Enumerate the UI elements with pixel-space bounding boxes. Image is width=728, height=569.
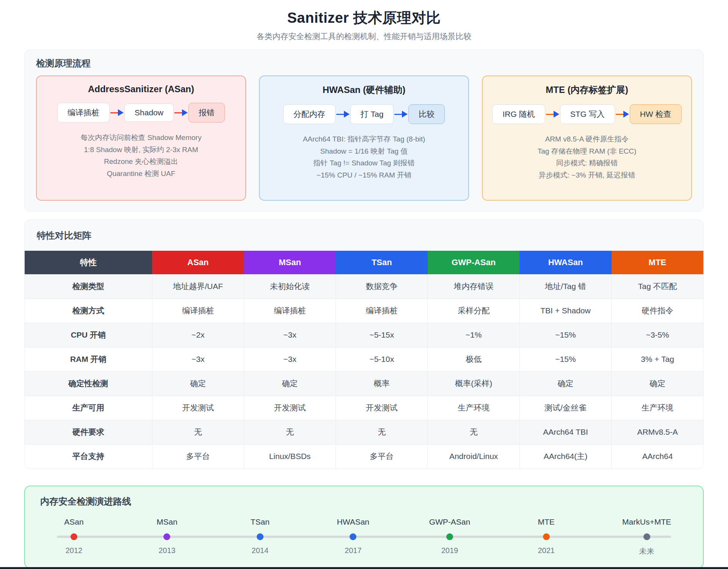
matrix-header-cell: GWP-ASan bbox=[428, 251, 519, 274]
timeline-dot-icon bbox=[446, 533, 453, 540]
arrow-head-icon bbox=[623, 111, 629, 118]
matrix-cell: 开发测试 bbox=[336, 396, 428, 420]
flow-card: AddressSanitizer (ASan)编译插桩Shadow报错每次内存访… bbox=[36, 75, 246, 201]
matrix-cell: 生产环境 bbox=[428, 396, 519, 420]
flow-card-description: ARM v8.5-A 硬件原生指令Tag 存储在物理 RAM (非 ECC)同步… bbox=[489, 133, 685, 181]
timeline-items-row: ASan2012MSan2013TSan2014HWASan2017GWP-AS… bbox=[40, 517, 688, 556]
matrix-row: 平台支持多平台Linux/BSDs多平台Android/LinuxAArch64… bbox=[25, 444, 703, 468]
matrix-cell: 概率 bbox=[336, 371, 428, 396]
timeline-item-year: 2013 bbox=[158, 546, 176, 555]
page-subtitle: 各类内存安全检测工具的检测机制、性能开销与适用场景比较 bbox=[24, 31, 704, 42]
matrix-cell: 地址/Tag 错 bbox=[519, 274, 611, 299]
arrow-line bbox=[394, 114, 402, 115]
timeline-item-year: 2017 bbox=[345, 546, 362, 555]
flow-card-title: HWASan (硬件辅助) bbox=[266, 84, 462, 96]
feature-matrix-table: 特性ASanMSanTSanGWP-ASanHWASanMTE 检测类型地址越界… bbox=[25, 251, 703, 468]
matrix-cell: 硬件指令 bbox=[612, 299, 703, 323]
matrix-cell: 无 bbox=[152, 420, 244, 444]
matrix-row: 检测类型地址越界/UAF未初始化读数据竞争堆内存错误地址/Tag 错Tag 不匹… bbox=[25, 274, 703, 299]
flow-section: 检测原理流程 AddressSanitizer (ASan)编译插桩Shadow… bbox=[24, 49, 704, 212]
flow-step-box: 打 Tag bbox=[350, 104, 394, 124]
timeline-item-name: MarkUs+MTE bbox=[622, 517, 671, 527]
flow-step-box: STG 写入 bbox=[560, 104, 615, 124]
flow-description-line: ~15% CPU / ~15% RAM 开销 bbox=[266, 169, 462, 181]
matrix-cell: Linux/BSDs bbox=[244, 444, 336, 468]
timeline-item-year: 2021 bbox=[538, 546, 555, 555]
arrow-head-icon bbox=[554, 111, 559, 118]
matrix-header-row: 特性ASanMSanTSanGWP-ASanHWASanMTE bbox=[25, 251, 703, 274]
flow-card-description: 每次内存访问前检查 Shadow Memory1:8 Shadow 映射, 实际… bbox=[43, 132, 239, 179]
matrix-row-label: 确定性检测 bbox=[25, 371, 152, 396]
timeline-item: MarkUs+MTE未来 bbox=[622, 517, 671, 556]
timeline-item-year: 2012 bbox=[66, 546, 83, 555]
matrix-cell: ~15% bbox=[519, 323, 611, 347]
matrix-cell: ~15% bbox=[519, 347, 611, 371]
flow-section-heading: 检测原理流程 bbox=[36, 57, 692, 69]
flow-arrow-icon bbox=[546, 111, 559, 118]
timeline-item-name: MTE bbox=[538, 517, 554, 527]
matrix-header-cell: 特性 bbox=[25, 251, 152, 274]
timeline-item-name: HWASan bbox=[337, 517, 369, 527]
matrix-cell: 采样分配 bbox=[428, 299, 519, 323]
matrix-row: 生产可用开发测试开发测试开发测试生产环境测试/金丝雀生产环境 bbox=[25, 396, 703, 420]
timeline-item: HWASan2017 bbox=[336, 517, 370, 556]
arrow-head-icon bbox=[344, 111, 350, 118]
timeline-item-name: ASan bbox=[64, 517, 83, 527]
matrix-cell: 多平台 bbox=[336, 444, 428, 468]
matrix-cell: 无 bbox=[336, 420, 428, 444]
matrix-cell: 地址越界/UAF bbox=[152, 274, 244, 299]
matrix-cell: 未初始化读 bbox=[244, 274, 336, 299]
timeline-dot-icon bbox=[643, 533, 650, 540]
matrix-cell: 确定 bbox=[244, 371, 336, 396]
timeline-item-year: 未来 bbox=[639, 546, 654, 556]
matrix-cell: AArch64 TBI bbox=[519, 420, 611, 444]
flow-card-description: AArch64 TBI: 指针高字节存 Tag (8-bit)Shadow = … bbox=[266, 133, 462, 181]
flow-description-line: Quarantine 检测 UAF bbox=[43, 168, 239, 180]
matrix-cell: TBI + Shadow bbox=[519, 299, 611, 323]
matrix-row-label: 检测方式 bbox=[25, 299, 152, 323]
matrix-section: 特性对比矩阵 特性ASanMSanTSanGWP-ASanHWASanMTE 检… bbox=[24, 219, 704, 469]
timeline-item-year: 2014 bbox=[252, 546, 269, 555]
matrix-cell: 开发测试 bbox=[244, 396, 336, 420]
matrix-row-label: RAM 开销 bbox=[25, 347, 152, 371]
matrix-cell: 数据竞争 bbox=[336, 274, 428, 299]
flow-description-line: ARM v8.5-A 硬件原生指令 bbox=[489, 133, 685, 145]
matrix-row-label: 检测类型 bbox=[25, 274, 152, 299]
flow-step-box: 编译插桩 bbox=[57, 103, 110, 123]
flow-card: MTE (内存标签扩展)IRG 随机STG 写入HW 检查ARM v8.5-A … bbox=[482, 75, 692, 201]
matrix-row-label: 平台支持 bbox=[25, 444, 152, 468]
flow-step-box: 比较 bbox=[408, 104, 445, 124]
matrix-cell: 确定 bbox=[152, 371, 244, 396]
arrow-line bbox=[546, 114, 554, 115]
flow-description-line: Shadow = 1/16 映射 Tag 值 bbox=[266, 145, 462, 157]
matrix-cell: AArch64(主) bbox=[519, 444, 611, 468]
arrow-line bbox=[336, 114, 344, 115]
matrix-row: CPU 开销~2x~3x~5-15x~1%~15%~3-5% bbox=[25, 323, 703, 347]
matrix-cell: 测试/金丝雀 bbox=[519, 396, 611, 420]
matrix-cell: 确定 bbox=[612, 371, 703, 396]
matrix-row-label: CPU 开销 bbox=[25, 323, 152, 347]
arrow-head-icon bbox=[182, 109, 188, 116]
flow-description-line: 每次内存访问前检查 Shadow Memory bbox=[43, 132, 239, 144]
timeline-item: TSan2014 bbox=[243, 517, 277, 556]
window-bottom-edge bbox=[0, 567, 728, 569]
flow-step-box: HW 检查 bbox=[630, 104, 682, 124]
matrix-row: 检测方式编译插桩编译插桩编译插桩采样分配TBI + Shadow硬件指令 bbox=[25, 299, 703, 323]
flow-description-line: AArch64 TBI: 指针高字节存 Tag (8-bit) bbox=[266, 133, 462, 145]
matrix-cell: ~5-15x bbox=[336, 323, 428, 347]
matrix-header-cell: ASan bbox=[152, 251, 244, 274]
matrix-cell: 编译插桩 bbox=[244, 299, 336, 323]
matrix-cell: 无 bbox=[428, 420, 519, 444]
matrix-cell: 3% + Tag bbox=[612, 347, 703, 371]
matrix-cell: 极低 bbox=[428, 347, 519, 371]
matrix-cell: ~1% bbox=[428, 323, 519, 347]
matrix-cell: 多平台 bbox=[152, 444, 244, 468]
matrix-cell: Tag 不匹配 bbox=[612, 274, 703, 299]
flow-card: HWASan (硬件辅助)分配内存打 Tag比较AArch64 TBI: 指针高… bbox=[259, 75, 469, 201]
timeline-item-name: TSan bbox=[251, 517, 270, 527]
matrix-cell: 概率(采样) bbox=[428, 371, 519, 396]
flow-description-line: Redzone 夹心检测溢出 bbox=[43, 156, 239, 168]
timeline-dot-icon bbox=[71, 533, 77, 540]
flow-steps-row: 编译插桩Shadow报错 bbox=[43, 103, 239, 123]
page: Sanitizer 技术原理对比 各类内存安全检测工具的检测机制、性能开销与适用… bbox=[0, 0, 728, 569]
